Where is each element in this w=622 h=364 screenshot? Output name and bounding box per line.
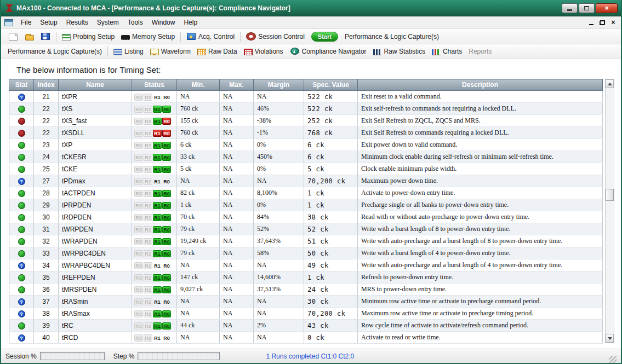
max-cell: NA — [220, 91, 254, 103]
name-cell: tPRPDEN — [59, 199, 132, 211]
resize-grip[interactable] — [609, 356, 617, 363]
acq-control-button[interactable]: Acq. Control — [183, 31, 238, 42]
violations-view-button[interactable]: Violations — [241, 47, 287, 56]
max-cell: NA — [220, 139, 254, 151]
menu-file[interactable]: File — [16, 17, 36, 28]
save-button[interactable] — [37, 31, 54, 42]
mdi-child-icon[interactable] — [4, 19, 13, 26]
stat-cell — [9, 284, 34, 296]
table-row[interactable]: 35tREFPDENR3R2R1R0147 ckNA14,600%1 ckRef… — [9, 271, 603, 284]
table-row[interactable]: 31tWRPDENR3R2R1R079 ckNA52%52 ckWrite wi… — [9, 223, 603, 235]
table-row[interactable]: 22tXSR3R2R1R0760 ckNA46%522 ckExit self-… — [9, 103, 603, 115]
column-header-spec-value[interactable]: Spec. Value — [304, 79, 358, 91]
mdi-close-button[interactable]: × — [608, 18, 619, 27]
spec-value-cell: 6 ck — [304, 151, 358, 163]
listing-view-button[interactable]: Listing — [110, 47, 147, 56]
table-row[interactable]: ?34tWRAPBC4DENR3R2R1R0NANANA49 ckWrite w… — [9, 259, 603, 271]
mdi-restore-button[interactable] — [597, 18, 608, 27]
column-header-stat[interactable]: Stat — [9, 79, 34, 91]
charts-view-button[interactable]: Charts — [429, 47, 465, 56]
session-control-button[interactable]: Session Control — [243, 31, 308, 42]
mdi-minimize-button[interactable] — [586, 18, 597, 27]
table-row[interactable]: 29tPRPDENR3R2R1R01 ckNA0%1 ckPrecharge s… — [9, 199, 603, 211]
scroll-down-button[interactable] — [606, 334, 614, 343]
rank-indicator: R2 — [144, 154, 152, 161]
menu-setup[interactable]: Setup — [36, 17, 61, 28]
status-bar: Session % Step % 1 Runs completed Ct1:0 … — [1, 349, 621, 363]
table-zone: Stat Index Name Status Min. Max. Margin … — [1, 79, 621, 344]
index-cell: 35 — [34, 271, 59, 284]
compliance-navigator-view-button[interactable]: Compliance Navigator — [287, 46, 370, 56]
session-control-label: Session Control — [258, 33, 305, 41]
table-row[interactable]: 23tXPR3R2R1R06 ckNA0%6 ckExit power down… — [9, 139, 603, 151]
maximize-button[interactable] — [579, 3, 595, 13]
table-row[interactable]: 25tCKER3R2R1R05 ckNA0%5 ckClock enable m… — [9, 163, 603, 175]
column-header-name[interactable]: Name — [59, 79, 132, 91]
table-row[interactable]: ?21tXPRR3R2R1R0NANANA522 ckExit reset to… — [9, 91, 603, 103]
table-row[interactable]: 30tRDPDENR3R2R1R070 ckNA84%38 ckRead wit… — [9, 211, 603, 223]
table-row[interactable]: 22tXSDLLR3R2R1R0760 ckNA-1%768 ckExit Se… — [9, 127, 603, 139]
table-row[interactable]: ?40tRCDR3R2R1R0NANANA0 ckActivate to rea… — [9, 332, 603, 344]
table-row[interactable]: 33tWRPBC4DENR3R2R1R079 ckNA58%50 ckWrite… — [9, 247, 603, 259]
table-row[interactable]: 22tXS_fastR3R2R1R0155 ckNA-38%252 ckExit… — [9, 115, 603, 127]
table-row[interactable]: 39tRCR3R2R1R044 ckNA2%43 ckRow cycle tim… — [9, 320, 603, 332]
menu-tools[interactable]: Tools — [123, 17, 147, 28]
new-document-button[interactable] — [4, 31, 22, 42]
waveform-view-button[interactable]: Waveform — [147, 47, 194, 56]
fail-status-icon — [18, 118, 25, 125]
rank-indicator: R0 — [162, 166, 171, 173]
rank-indicator: R2 — [144, 166, 152, 173]
column-header-status[interactable]: Status — [132, 79, 177, 91]
column-header-max[interactable]: Max. — [220, 79, 254, 91]
title-bar[interactable]: MAx100 - Connected to MCA - [Performance… — [1, 0, 621, 16]
rank-indicator: R2 — [144, 322, 152, 330]
vertical-scrollbar[interactable] — [605, 79, 614, 343]
probing-setup-button[interactable]: Probing Setup — [59, 32, 118, 42]
table-row[interactable]: 24tCKESRR3R2R1R033 ckNA450%6 ckMinimum c… — [9, 151, 603, 163]
menu-help[interactable]: Help — [179, 17, 202, 28]
reports-view-button[interactable]: Reports — [465, 48, 495, 55]
column-header-margin[interactable]: Margin — [254, 79, 304, 91]
max-cell: NA — [220, 151, 254, 163]
margin-cell: NA — [254, 175, 304, 187]
close-button[interactable]: × — [596, 3, 618, 13]
column-header-index[interactable]: Index — [34, 79, 59, 91]
rank-indicator: R3 — [134, 130, 143, 137]
max-cell: NA — [220, 284, 254, 296]
raw-data-view-button[interactable]: Raw Data — [194, 47, 241, 56]
rank-indicator: R3 — [134, 322, 143, 330]
scroll-up-button[interactable] — [606, 79, 614, 88]
margin-cell: NA — [254, 332, 304, 344]
memory-setup-button[interactable]: Memory Setup — [118, 32, 178, 42]
table-row[interactable]: ?37tRASminR3R2R1R0NANANA30 ckMinimum row… — [9, 296, 603, 308]
table-row[interactable]: 32tWRAPDENR3R2R1R019,249 ckNA37,643%51 c… — [9, 235, 603, 247]
min-cell: 6 ck — [177, 139, 220, 151]
scrollbar-thumb[interactable] — [606, 189, 614, 201]
index-cell: 27 — [34, 175, 59, 187]
index-cell: 23 — [34, 139, 59, 151]
table-row[interactable]: 36tMRSPDENR3R2R1R09,027 ckNA37,513%24 ck… — [9, 284, 603, 296]
name-cell: tCKE — [59, 163, 132, 175]
table-row[interactable]: ?38tRASmaxR3R2R1R0NANANA70,200 ckMaximum… — [9, 308, 603, 320]
view-capture-label[interactable]: Performance & Logic Capture(s) — [4, 48, 105, 55]
timing-table[interactable]: Stat Index Name Status Min. Max. Margin … — [9, 79, 603, 344]
start-button[interactable]: Start — [311, 32, 338, 42]
rank-indicator: R1 — [153, 154, 162, 161]
spec-value-cell: 522 ck — [304, 91, 358, 103]
table-row[interactable]: ?27tPDmaxR3R2R1R0NANANA70,200 ckMaximum … — [9, 175, 603, 187]
min-cell: 147 ck — [177, 271, 220, 284]
max-cell: NA — [220, 271, 254, 284]
column-header-description[interactable]: Description — [358, 79, 603, 91]
minimize-button[interactable] — [562, 3, 578, 13]
raw-statistics-view-button[interactable]: Raw Statistics — [370, 47, 429, 56]
spec-value-cell: 5 ck — [304, 163, 358, 175]
open-button[interactable] — [22, 32, 37, 42]
menu-system[interactable]: System — [93, 17, 123, 28]
column-header-min[interactable]: Min. — [177, 79, 220, 91]
min-cell: 19,249 ck — [177, 235, 220, 247]
menu-window[interactable]: Window — [147, 17, 180, 28]
description-cell: Exit reset to a valid command. — [358, 91, 603, 103]
menu-results[interactable]: Results — [62, 17, 93, 28]
table-row[interactable]: 28tACTPDENR3R2R1R082 ckNA8,100%1 ckActiv… — [9, 187, 603, 199]
rank-indicator: R0 — [162, 250, 171, 257]
